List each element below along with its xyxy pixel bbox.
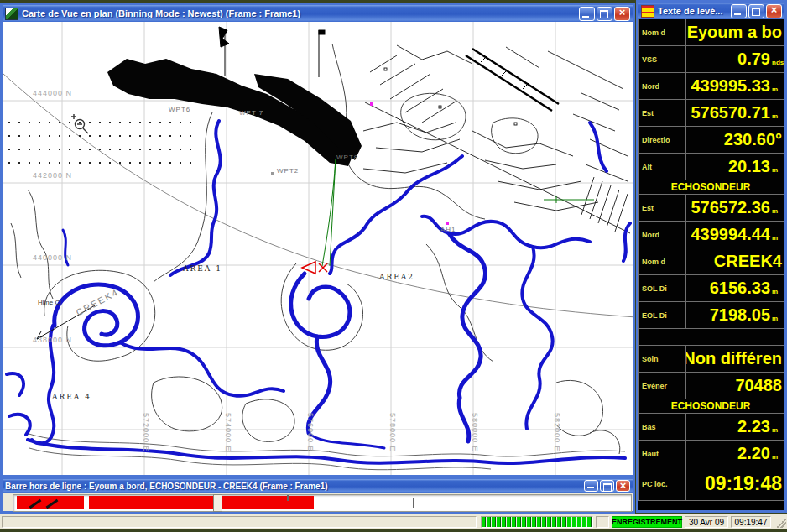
row-value: 70488 — [735, 376, 782, 395]
survey-text-titlebar[interactable]: Texte de levé... — [638, 3, 784, 19]
row-unit: m — [772, 207, 782, 215]
vessel-marker — [302, 262, 327, 274]
zoom-out-cursor — [71, 114, 88, 133]
survey-data-row: Haut 2.20 m — [638, 441, 784, 467]
map-label-area4: AREA 4 — [52, 393, 91, 401]
map-label-hline: Hline Cl — [38, 299, 61, 306]
row-label: PC loc. — [639, 467, 686, 500]
row-unit: m — [772, 288, 782, 295]
row-label: Nom d — [639, 248, 686, 274]
row-label: Alt — [639, 154, 686, 180]
maximize-icon[interactable] — [748, 4, 764, 18]
row-unit: m — [772, 453, 782, 461]
track-lines — [322, 159, 594, 266]
row-label: Evéner — [639, 373, 686, 399]
row-label: Soln — [639, 346, 686, 372]
row-unit: m — [772, 234, 782, 242]
survey-data-row: Alt 20.13 m — [638, 154, 784, 180]
row-value: 230.60° — [724, 130, 782, 149]
status-message-field — [2, 516, 477, 528]
row-label: Directio — [639, 127, 686, 153]
map-titlebar[interactable]: Carte de Vue en plan (Binning Mode : New… — [3, 5, 633, 22]
north-axis-label: 440000 N — [33, 253, 72, 262]
survey-text-title: Texte de levé... — [658, 6, 727, 16]
maximize-icon[interactable] — [600, 480, 614, 492]
row-value: Non différen — [686, 349, 782, 368]
row-label: EOL Di — [639, 302, 686, 328]
map-label-wpt6: WPT6 — [169, 106, 190, 113]
offline-bar-window: Barre hors de ligne : Eyoum a bord, ECHO… — [0, 477, 635, 514]
east-axis-label: 578000 E — [388, 413, 397, 452]
offline-red-segment — [89, 496, 314, 509]
north-axis-label: 438000 N — [33, 336, 72, 344]
status-small-box — [596, 516, 609, 528]
survey-data-row: Est 576570.71 m — [638, 100, 784, 127]
recording-status-badge: ENREGISTREMENT — [612, 516, 682, 528]
map-app-icon — [5, 8, 18, 20]
survey-data-row: Nord 439995.33 m — [638, 73, 784, 100]
east-axis-label: 576000 E — [306, 413, 315, 452]
map-window-title: Carte de Vue en plan (Binning Mode : New… — [22, 8, 576, 18]
close-icon[interactable] — [616, 480, 630, 492]
survey-data-row — [638, 329, 784, 346]
row-value: 439995.33 — [691, 76, 770, 96]
row-value: 7198.05 — [710, 305, 770, 325]
row-value: 576572.36 — [691, 198, 770, 217]
resize-grip[interactable] — [776, 518, 786, 528]
map-window: Carte de Vue en plan (Binning Mode : New… — [0, 3, 635, 477]
survey-data-row: Bas 2.23 m — [638, 414, 784, 441]
row-unit: m — [772, 86, 782, 93]
east-axis-label: 572000 E — [142, 413, 150, 452]
maximize-icon[interactable] — [597, 7, 612, 21]
map-canvas[interactable]: 444000 N442000 N440000 N438000 N 572000 … — [3, 22, 633, 475]
map-label-wpt2: WPT2 — [277, 167, 299, 175]
city-streets — [363, 45, 630, 233]
offline-bar-title: Barre hors de ligne : Eyoum a bord, ECHO… — [5, 482, 581, 491]
status-bar: ENREGISTREMENT 30 Avr 09 09:19:47 — [0, 514, 787, 529]
row-value: 20.13 — [728, 157, 770, 176]
map-drawing — [3, 22, 633, 475]
row-value: 6156.33 — [710, 279, 770, 298]
map-label-area1: AREA 1 — [183, 264, 222, 273]
row-label: Nord — [639, 222, 686, 248]
row-value: ECHOSONDEUR — [671, 400, 751, 412]
east-axis-label: 574000 E — [224, 413, 232, 452]
close-icon[interactable] — [766, 4, 782, 18]
minimize-icon[interactable] — [584, 480, 598, 492]
survey-data-row: Evéner 70488 — [638, 373, 784, 399]
survey-data-row: Nom d Eyoum a bo — [638, 19, 784, 46]
row-value: 0.79 — [737, 50, 770, 69]
minimize-icon[interactable] — [731, 4, 747, 18]
row-label: Bas — [639, 414, 686, 440]
status-time: 09:19:47 — [731, 516, 771, 528]
north-axis-label: 444000 N — [33, 89, 72, 97]
rivers — [7, 121, 630, 463]
status-date: 30 Avr 09 — [685, 516, 728, 528]
offline-slider-handle[interactable] — [213, 494, 222, 512]
offline-bar-track[interactable] — [13, 494, 632, 512]
row-label: Haut — [639, 441, 686, 467]
offline-tick — [287, 495, 289, 501]
row-unit: m — [772, 426, 782, 434]
river-banks — [26, 433, 625, 470]
offline-red-segment — [17, 496, 84, 509]
close-icon[interactable] — [614, 7, 630, 21]
offline-bar-titlebar[interactable]: Barre hors de ligne : Eyoum a bord, ECHO… — [3, 479, 633, 493]
survey-data-row: ECHOSONDEUR — [638, 180, 784, 195]
north-axis-label: 442000 N — [33, 171, 72, 180]
survey-data-row: Nom d CREEK4 — [638, 248, 784, 275]
map-label-area2: AREA2 — [379, 273, 414, 281]
survey-text-window: Texte de levé... Nom d Eyoum a bo VSS 0.… — [636, 0, 787, 513]
minimize-icon[interactable] — [579, 7, 595, 21]
survey-data-row: Nord 439994.44 m — [638, 222, 784, 248]
survey-data-row: ECHOSONDEUR — [638, 399, 784, 414]
row-unit: m — [772, 166, 782, 174]
row-value: CREEK4 — [714, 252, 782, 271]
survey-data-row: Est 576572.36 m — [638, 195, 784, 222]
survey-data-row: Directio 230.60° — [638, 127, 784, 154]
map-label-wpt7: WPT 7 — [239, 109, 263, 117]
row-value: 2.23 — [737, 417, 770, 436]
row-unit: m — [772, 315, 782, 322]
row-value: 2.20 — [737, 444, 770, 463]
row-value: 439994.44 — [691, 225, 770, 244]
